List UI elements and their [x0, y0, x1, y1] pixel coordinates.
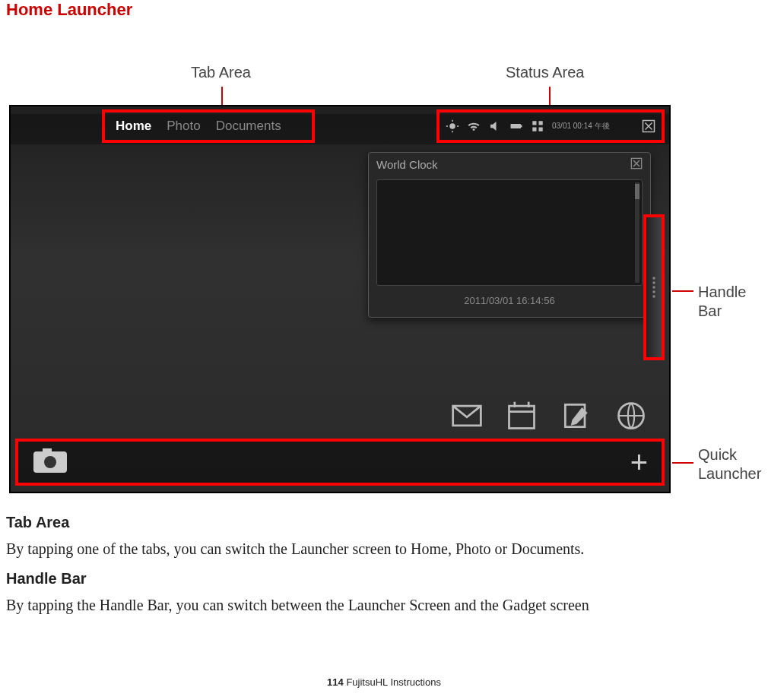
camera-icon[interactable] [32, 447, 68, 477]
body-text: Tab Area By tapping one of the tabs, you… [6, 514, 762, 616]
svg-rect-5 [511, 124, 522, 128]
close-icon[interactable] [642, 119, 655, 133]
calendar-icon[interactable] [505, 399, 538, 432]
label-handle-bar: Handle Bar [698, 283, 762, 321]
svg-rect-9 [532, 128, 536, 131]
status-clock-text: 03/01 00:14 午後 [552, 121, 610, 131]
tab-photo[interactable]: Photo [167, 119, 200, 134]
leader-quick-launcher [672, 462, 693, 464]
add-icon[interactable]: + [630, 445, 648, 480]
page-number: 114 [327, 676, 344, 688]
world-clock-timestamp: 2011/03/01 16:14:56 [369, 289, 650, 314]
page-title: Home Launcher [6, 0, 762, 20]
figure: Tab Area Status Area Handle Bar Quick La… [6, 35, 762, 499]
tab-home[interactable]: Home [116, 119, 151, 134]
svg-rect-7 [532, 121, 536, 125]
svg-point-0 [449, 123, 455, 129]
tab-documents[interactable]: Documents [216, 119, 281, 134]
svg-rect-10 [539, 128, 543, 131]
heading-handle-bar: Handle Bar [6, 570, 762, 588]
brightness-icon[interactable] [446, 119, 459, 133]
svg-rect-8 [539, 121, 543, 125]
battery-icon[interactable] [509, 119, 523, 133]
world-clock-title: World Clock [376, 158, 438, 171]
label-quick-launcher: Quick Launcher [698, 445, 761, 483]
note-icon[interactable] [560, 399, 593, 432]
status-area[interactable]: 03/01 00:14 午後 [436, 109, 665, 143]
paragraph-handle-bar: By tapping the Handle Bar, you can switc… [6, 595, 762, 616]
label-tab-area: Tab Area [191, 64, 251, 81]
svg-rect-6 [521, 125, 522, 128]
heading-tab-area: Tab Area [6, 514, 762, 531]
leader-handle-bar [672, 290, 693, 292]
quick-launcher[interactable]: + [15, 439, 665, 486]
svg-point-24 [44, 456, 56, 468]
paragraph-tab-area: By tapping one of the tabs, you can swit… [6, 539, 762, 559]
world-clock-widget[interactable]: World Clock 2011/03/01 16:14:56 [368, 152, 651, 318]
handle-bar-grip-icon [653, 277, 655, 298]
mail-icon[interactable] [450, 399, 484, 432]
world-clock-scrollbar[interactable] [635, 182, 639, 283]
svg-rect-25 [43, 448, 52, 453]
handle-bar[interactable] [643, 214, 665, 360]
tab-area[interactable]: Home Photo Documents [102, 109, 315, 143]
tray-icons [450, 399, 648, 432]
label-status-area: Status Area [506, 64, 584, 81]
world-clock-body [376, 179, 643, 286]
grid-icon[interactable] [531, 119, 544, 133]
launcher-screenshot: Home Photo Documents 03/01 00:14 午後 Worl… [9, 105, 671, 493]
footer-label: FujitsuHL Instructions [344, 676, 441, 688]
volume-icon[interactable] [488, 119, 502, 133]
wifi-icon[interactable] [467, 119, 481, 133]
page-footer: 114 FujitsuHL Instructions [6, 676, 762, 688]
svg-rect-17 [509, 406, 535, 428]
world-icon[interactable] [614, 399, 648, 432]
world-clock-close-icon[interactable] [630, 157, 643, 172]
